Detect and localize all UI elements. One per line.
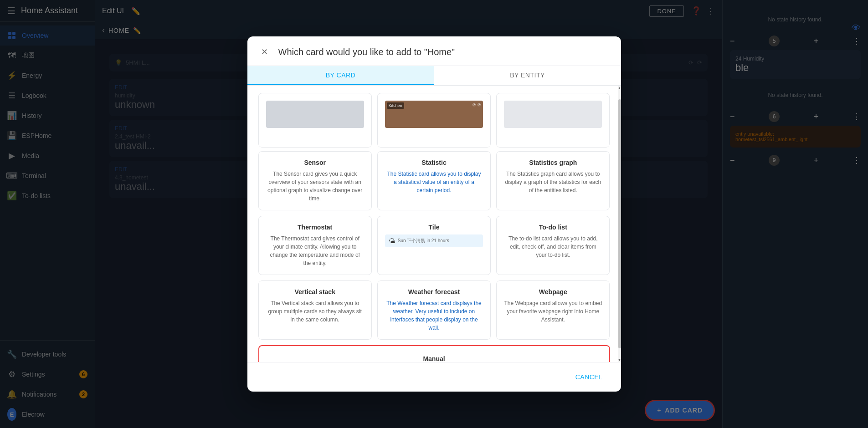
modal-body: Kitchen ⟳ ⟳ Sensor The Sensor card gives… — [247, 86, 621, 362]
card-option-statistics-graph[interactable]: Statistics graph The Statistics graph ca… — [496, 151, 610, 210]
card-option-statistic[interactable]: Statistic The Statistic card allows you … — [377, 151, 491, 210]
modal-title: Which card would you like to add to "Hom… — [278, 47, 455, 57]
card-todo-title: To-do list — [504, 224, 602, 231]
modal-footer: CANCEL — [247, 362, 621, 392]
card-option-tile[interactable]: Tile 🌤 Sun 下个清晨 in 21 hours — [377, 216, 491, 275]
card-todo-desc: The to-do list card allows you to add, e… — [504, 234, 602, 259]
card-options-grid: Sensor The Sensor card gives you a quick… — [258, 151, 610, 340]
card-weather-title: Weather forecast — [385, 288, 483, 296]
card-preview-image1 — [266, 101, 364, 128]
card-option-todo[interactable]: To-do list The to-do list card allows yo… — [496, 216, 610, 275]
card-option-weather[interactable]: Weather forecast The Weather forecast ca… — [377, 280, 491, 340]
card-option-vertical-stack[interactable]: Vertical stack The Vertical stack card a… — [258, 280, 372, 340]
card-statistics-graph-desc: The Statistics graph card allows you to … — [504, 170, 602, 194]
card-sensor-title: Sensor — [266, 159, 364, 166]
card-option-sensor[interactable]: Sensor The Sensor card gives you a quick… — [258, 151, 372, 210]
card-options-top: Kitchen ⟳ ⟳ — [258, 93, 610, 148]
card-option-unknown2[interactable] — [496, 93, 610, 148]
card-statistic-desc: The Statistic card allows you to display… — [385, 170, 483, 194]
card-option-unknown1[interactable] — [258, 93, 372, 148]
manual-card[interactable]: Manual Need to add a custom card or just… — [258, 345, 610, 362]
card-preview-image2: Kitchen ⟳ ⟳ — [385, 101, 483, 128]
manual-card-title: Manual — [268, 355, 600, 362]
cancel-button[interactable]: CANCEL — [568, 370, 610, 384]
card-sensor-desc: The Sensor card gives you a quick overvi… — [266, 170, 364, 203]
card-option-kitchen[interactable]: Kitchen ⟳ ⟳ — [377, 93, 491, 148]
tile-preview: 🌤 Sun 下个清晨 in 21 hours — [385, 234, 483, 247]
card-vertical-stack-desc: The Vertical stack card allows you to gr… — [266, 299, 364, 324]
modal-header: ✕ Which card would you like to add to "H… — [247, 36, 621, 66]
card-option-webpage[interactable]: Webpage The Webpage card allows you to e… — [496, 280, 610, 340]
card-preview-image3 — [504, 101, 602, 128]
card-statistics-graph-title: Statistics graph — [504, 159, 602, 166]
modal-close-button[interactable]: ✕ — [258, 46, 271, 58]
card-picker-modal: ✕ Which card would you like to add to "H… — [247, 36, 621, 392]
modal-tabs: BY CARD BY ENTITY — [247, 66, 621, 86]
scrollbar-thumb[interactable] — [618, 99, 621, 348]
card-vertical-stack-title: Vertical stack — [266, 288, 364, 296]
scroll-down-arrow[interactable]: ▼ — [618, 357, 621, 362]
tab-by-entity[interactable]: BY ENTITY — [434, 66, 621, 85]
card-thermostat-title: Thermostat — [266, 224, 364, 231]
card-webpage-title: Webpage — [504, 288, 602, 296]
card-thermostat-desc: The Thermostat card gives control of you… — [266, 234, 364, 267]
tile-preview-text: Sun 下个清晨 in 21 hours — [398, 238, 449, 244]
card-webpage-desc: The Webpage card allows you to embed you… — [504, 299, 602, 324]
card-tile-title: Tile — [385, 224, 483, 231]
modal-overlay: ✕ Which card would you like to add to "H… — [0, 0, 868, 428]
scroll-up-arrow[interactable]: ▲ — [618, 86, 621, 90]
card-option-thermostat[interactable]: Thermostat The Thermostat card gives con… — [258, 216, 372, 275]
card-weather-desc: The Weather forecast card displays the w… — [385, 299, 483, 332]
weather-preview-icon: 🌤 — [389, 237, 395, 245]
tab-by-card[interactable]: BY CARD — [247, 66, 434, 85]
scrollbar-track: ▲ ▼ — [618, 86, 621, 362]
card-statistic-title: Statistic — [385, 159, 483, 166]
